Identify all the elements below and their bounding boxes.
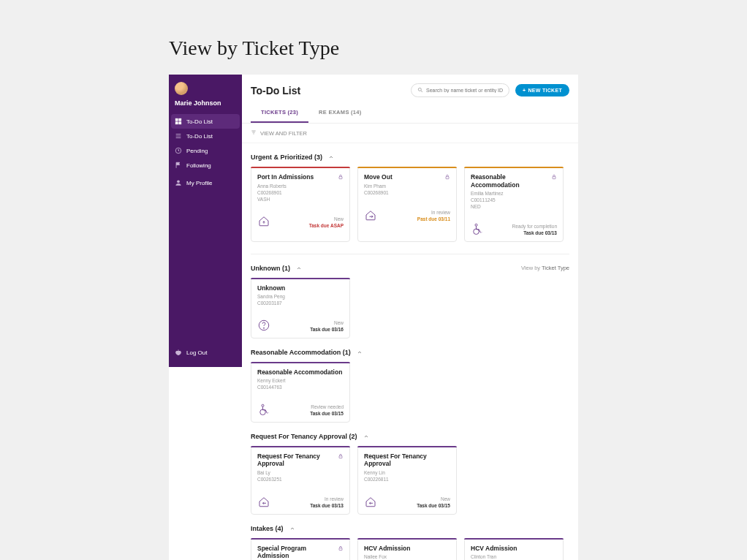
nav-log-out-label: Log Out (186, 349, 207, 356)
tab[interactable]: TICKETS (23) (251, 103, 308, 123)
nav-item-label: Following (186, 162, 211, 169)
nav-log-out[interactable]: Log Out (169, 345, 242, 360)
view-and-filter[interactable]: VIEW AND FILTER (242, 124, 578, 143)
nav-item-clock[interactable]: Pending (169, 143, 242, 158)
chevron-up-icon (328, 154, 334, 160)
card-status: NewTask due 03/15 (417, 496, 450, 510)
card-title: Unknown (257, 284, 285, 292)
nav-secondary: My Profile (169, 173, 242, 190)
section: Intakes (4)Special Program AdmissionLee … (251, 525, 569, 560)
section-title: Urgent & Prioritized (3) (251, 154, 322, 161)
ticket-card[interactable]: Move OutKim PhamC00268901In reviewPast d… (357, 167, 457, 242)
section-header[interactable]: Unknown (1)View by Ticket Type (251, 265, 569, 272)
section-title: Intakes (4) (251, 525, 284, 532)
nav-item-grid[interactable]: To-Do List (171, 114, 240, 129)
card-title: HCV Admission (364, 545, 410, 553)
power-icon (175, 349, 182, 356)
card-status: In reviewTask due 03/13 (310, 496, 344, 510)
house-in-icon (257, 495, 270, 510)
section-header[interactable]: Request For Tenancy Approval (2) (251, 433, 569, 440)
wheelchair-icon (471, 222, 484, 237)
user-name: Marie Johnson (169, 99, 242, 114)
svg-point-0 (177, 181, 179, 183)
main-header: To-Do List + NEW TICKET (242, 75, 578, 97)
filter-icon (251, 129, 257, 137)
section-header[interactable]: Reasonable Accommodation (1) (251, 349, 569, 356)
nav-item-label: To-Do List (186, 133, 213, 140)
section-header[interactable]: Intakes (4) (251, 525, 569, 532)
content: Urgent & Prioritized (3)Port In Admissio… (242, 143, 578, 560)
cards: Special Program AdmissionLee SanchiotoHC… (251, 538, 569, 560)
card-title: Request For Tenancy Approval (364, 453, 450, 468)
lock-icon (551, 173, 557, 181)
lock-icon (338, 173, 344, 181)
card-subtitle: Bai LyC00263251 (257, 470, 344, 483)
card-status: Review neededTask due 03/15 (310, 404, 344, 417)
lock-icon (338, 453, 344, 461)
nav-item-label: To-Do List (186, 118, 213, 125)
ticket-card[interactable]: HCV AdmissionNailee Fox (357, 538, 457, 560)
card-title: Reasonable Accommodation (257, 368, 342, 377)
app-frame: Marie Johnson To-Do ListTo-Do ListPendin… (169, 75, 578, 560)
search-box[interactable] (411, 83, 509, 97)
person-icon (175, 179, 182, 186)
section-header[interactable]: Urgent & Prioritized (3) (251, 154, 569, 161)
card-subtitle: Kenny EckertC00144763 (257, 378, 344, 391)
chevron-up-icon (363, 434, 369, 439)
grid-icon (175, 118, 182, 125)
card-subtitle: Nailee Fox (364, 554, 450, 560)
section-title: Reasonable Accommodation (1) (251, 349, 351, 356)
nav-item-flag[interactable]: Following (169, 158, 242, 173)
ticket-card[interactable]: HCV AdmissionClinton Tran (464, 538, 564, 560)
ticket-card[interactable]: Request For Tenancy ApprovalKenny LinC00… (357, 446, 457, 515)
tab[interactable]: RE EXAMS (14) (308, 103, 372, 123)
nav-item-label: Pending (186, 148, 208, 154)
chevron-up-icon (296, 265, 302, 271)
clock-icon (175, 147, 182, 154)
lock-icon (338, 545, 344, 553)
ticket-card[interactable]: Port In AdmissionsAnna RobertsC00268901V… (251, 167, 350, 242)
section: Reasonable Accommodation (1)Reasonable A… (251, 349, 569, 423)
page-title: To-Do List (251, 85, 411, 97)
filter-label: VIEW AND FILTER (260, 130, 307, 137)
card-subtitle: Emilia MartinezC00111245NED (471, 191, 557, 210)
card-subtitle: Clinton Tran (471, 554, 557, 560)
section: Urgent & Prioritized (3)Port In Admissio… (251, 154, 569, 242)
tabs: TICKETS (23)RE EXAMS (14) (242, 103, 578, 124)
card-subtitle: Sandra PengC00203187 (257, 294, 344, 307)
nav-my-profile-label: My Profile (186, 180, 213, 186)
search-input[interactable] (426, 88, 503, 93)
view-by[interactable]: View by Ticket Type (521, 265, 569, 271)
card-title: Reasonable Accommodation (471, 173, 548, 189)
card-subtitle: Kim PhamC00268901 (364, 183, 450, 197)
nav-list: To-Do ListTo-Do ListPendingFollowing (169, 114, 242, 173)
new-ticket-button[interactable]: + NEW TICKET (515, 84, 569, 97)
lock-icon (444, 173, 450, 181)
search-icon (417, 86, 423, 94)
plus-icon: + (523, 88, 526, 93)
card-title: Move Out (364, 173, 393, 181)
card-status: NewTask due ASAP (309, 216, 344, 230)
flag-icon (175, 162, 182, 169)
ticket-card[interactable]: Request For Tenancy ApprovalBai LyC00263… (251, 446, 350, 515)
card-title: Port In Admissions (257, 173, 314, 181)
ticket-card[interactable]: Reasonable AccommodationKenny EckertC001… (251, 362, 350, 423)
house-out-icon (364, 208, 377, 223)
nav-item-list[interactable]: To-Do List (169, 129, 242, 143)
ticket-card[interactable]: UnknownSandra PengC00203187NewTask due 0… (251, 278, 350, 338)
avatar[interactable] (175, 82, 188, 95)
ticket-card[interactable]: Reasonable AccommodationEmilia MartinezC… (464, 167, 564, 242)
cards: UnknownSandra PengC00203187NewTask due 0… (251, 278, 569, 338)
nav-my-profile[interactable]: My Profile (169, 175, 242, 190)
card-title: Special Program Admission (257, 545, 335, 560)
card-title: Request For Tenancy Approval (257, 453, 335, 468)
card-subtitle: Kenny LinC00226811 (364, 470, 450, 483)
ticket-card[interactable]: Special Program AdmissionLee Sanchioto (251, 538, 350, 560)
svg-line-2 (421, 91, 422, 92)
cards: Reasonable AccommodationKenny EckertC001… (251, 362, 569, 423)
nav-footer: Log Out (169, 345, 242, 360)
card-status: NewTask due 03/16 (310, 320, 344, 333)
main: To-Do List + NEW TICKET TICKETS (23)RE E… (242, 75, 578, 560)
question-icon (257, 319, 270, 333)
wheelchair-icon (257, 403, 270, 417)
